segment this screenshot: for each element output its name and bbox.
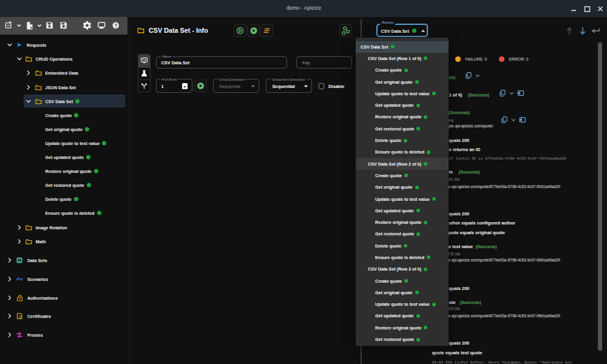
- svg-text:?: ?: [114, 22, 118, 29]
